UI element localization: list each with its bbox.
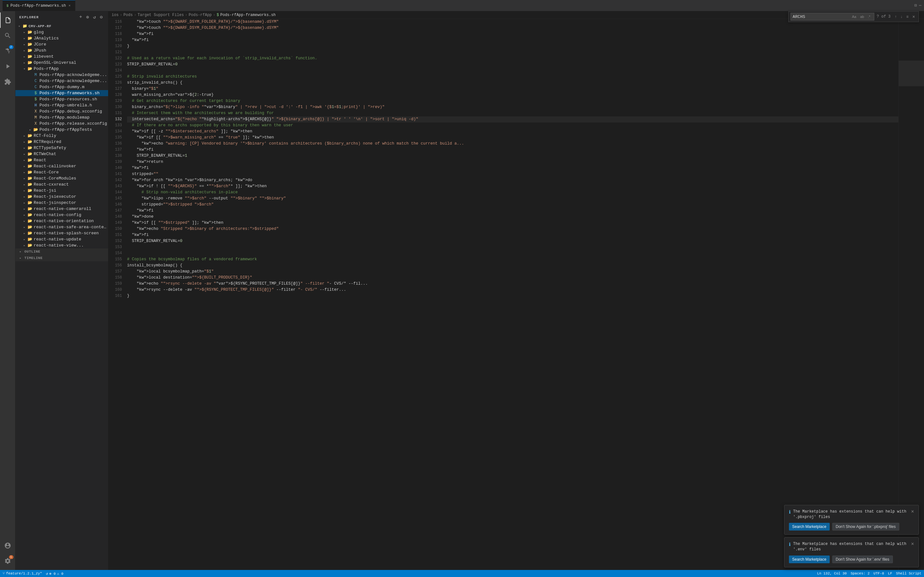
cxxreact-icon: 📂 bbox=[27, 182, 33, 187]
match-word-btn[interactable]: ab bbox=[859, 14, 866, 19]
cameraroll-expand bbox=[22, 207, 27, 211]
sync-item[interactable]: ↺ ⊗ 0 ⚠ 0 bbox=[46, 572, 63, 576]
new-folder-icon[interactable]: ⊕ bbox=[85, 14, 90, 21]
sidebar-item-libevent[interactable]: 📂 libevent bbox=[15, 53, 108, 60]
breadcrumb-file[interactable]: Pods-rfApp-frameworks.sh bbox=[220, 13, 276, 17]
code-line-144: # Strip non-valid architectures in-place bbox=[127, 189, 898, 195]
sidebar-item-react[interactable]: 📂 React bbox=[15, 157, 108, 163]
encoding-item[interactable]: UTF-8 bbox=[874, 572, 884, 575]
sidebar-item-release-xc[interactable]: X Pods-rfApp.release.xcconfig bbox=[15, 121, 108, 127]
sidebar-item-react-core[interactable]: 📂 React-Core bbox=[15, 169, 108, 175]
find-close-btn[interactable]: × bbox=[911, 13, 917, 20]
sidebar-item-rctrequired[interactable]: 📂 RCTRequired bbox=[15, 139, 108, 145]
new-file-icon[interactable]: + bbox=[78, 14, 83, 21]
openssl-expand bbox=[22, 61, 27, 65]
sidebar-item-coremodules[interactable]: 📂 React-CoreModules bbox=[15, 175, 108, 181]
search-icon[interactable] bbox=[0, 28, 15, 43]
more-actions-icon[interactable]: ⋯ bbox=[919, 3, 921, 8]
match-case-btn[interactable]: Aa bbox=[851, 14, 858, 19]
notif-env-close[interactable]: × bbox=[911, 542, 914, 547]
sidebar-item-splash[interactable]: 📂 react-native-splash-screen bbox=[15, 230, 108, 236]
sidebar-item-ack-md[interactable]: M Pods-rfApp-acknowledgeme... bbox=[15, 72, 108, 78]
code-line-121 bbox=[127, 49, 898, 55]
sidebar-item-rcttypesafety[interactable]: 📂 RCTTypeSafety bbox=[15, 145, 108, 151]
files-icon[interactable] bbox=[0, 13, 15, 28]
breadcrumb-pods-rfapp[interactable]: Pods-rfApp bbox=[189, 13, 212, 17]
cursor-position[interactable]: Ln 132, Col 30 bbox=[817, 572, 846, 575]
settings-icon[interactable]: 1 bbox=[0, 553, 15, 569]
use-regex-btn[interactable]: .* bbox=[866, 14, 872, 19]
line-ending-item[interactable]: LF bbox=[888, 572, 892, 575]
notif-pbxproj-close[interactable]: × bbox=[911, 509, 914, 515]
account-icon[interactable] bbox=[0, 538, 15, 553]
sidebar-item-jsi[interactable]: 📂 React-jsi bbox=[15, 187, 108, 193]
split-editor-icon[interactable]: ⊟ bbox=[914, 3, 917, 8]
find-prev-btn[interactable]: ↑ bbox=[893, 13, 898, 20]
find-next-btn[interactable]: ↓ bbox=[899, 13, 904, 20]
outline-section[interactable]: OUTLINE bbox=[15, 248, 108, 255]
find-bar: Aa ab .* ? of 3 ↑ ↓ ≡ × bbox=[788, 11, 919, 22]
notifications: ℹ The Marketplace has extensions that ca… bbox=[784, 505, 919, 567]
sidebar-item-modulemap[interactable]: M Pods-rfApp.modulemap bbox=[15, 114, 108, 121]
notification-env: ℹ The Marketplace has extensions that ca… bbox=[784, 537, 919, 567]
root-folder[interactable]: 📁 CMV-APP-RF bbox=[15, 23, 108, 29]
dont-show-pbxproj-btn[interactable]: Don't Show Again for '.pbxproj' files bbox=[832, 523, 899, 530]
sidebar-item-update[interactable]: 📂 react-native-update bbox=[15, 236, 108, 242]
code-line-122: # Used as a return value for each invoca… bbox=[127, 55, 898, 61]
code-content[interactable]: "kw">touch "">${DWARF_DSYM_FOLDER_PATH}/… bbox=[124, 19, 898, 570]
sidebar-item-ack-plist[interactable]: C Pods-rfApp-acknowledgeme... bbox=[15, 78, 108, 84]
minimap-slider[interactable] bbox=[899, 61, 924, 86]
jcore-expand bbox=[22, 43, 27, 47]
sidebar-item-orientation[interactable]: 📂 react-native-orientation bbox=[15, 218, 108, 224]
sidebar-item-rfapptests[interactable]: 📂 Pods-rfApp-rfAppTests bbox=[15, 127, 108, 133]
dont-show-env-btn[interactable]: Don't Show Again for '.env' files bbox=[832, 556, 893, 563]
rctrequired-expand bbox=[22, 140, 27, 144]
sidebar-item-safe-area[interactable]: 📂 react-native-safe-area-context bbox=[15, 224, 108, 230]
frameworks-label: Pods-rfApp-frameworks.sh bbox=[39, 91, 99, 95]
refresh-icon[interactable]: ↺ bbox=[92, 14, 97, 21]
sidebar-item-frameworks[interactable]: $ Pods-rfApp-frameworks.sh bbox=[15, 90, 108, 96]
sidebar-item-resources[interactable]: $ Pods-rfApp-resources.sh bbox=[15, 96, 108, 102]
sidebar-item-callinvoker[interactable]: 📂 React-callinvoker bbox=[15, 163, 108, 169]
sidebar-header: EXPLORER + ⊕ ↺ ⊖ bbox=[15, 11, 108, 23]
breadcrumb-pods[interactable]: Pods bbox=[124, 13, 133, 17]
breadcrumb-ios[interactable]: ios bbox=[111, 13, 119, 17]
find-filter-btn[interactable]: ≡ bbox=[905, 13, 910, 20]
sidebar-item-pods-rfapp[interactable]: 📂 Pods-rfApp bbox=[15, 66, 108, 72]
run-icon[interactable] bbox=[0, 59, 15, 74]
tab-label: Pods-rfApp-frameworks.sh bbox=[11, 3, 66, 8]
source-control-icon[interactable]: 2 bbox=[0, 43, 15, 59]
search-marketplace-btn-2[interactable]: Search Marketplace bbox=[789, 556, 830, 563]
breadcrumb-target[interactable]: Target Support Files bbox=[137, 13, 184, 17]
find-input[interactable] bbox=[793, 15, 851, 19]
sidebar-item-cxxreact[interactable]: 📂 React-cxxreact bbox=[15, 181, 108, 187]
extensions-icon[interactable] bbox=[0, 74, 15, 89]
active-tab[interactable]: $ Pods-rfApp-frameworks.sh × bbox=[3, 0, 75, 11]
rfapptests-label: Pods-rfApp-rfAppTests bbox=[39, 127, 92, 132]
sidebar-item-jsinspector[interactable]: 📂 React-jsinspector bbox=[15, 200, 108, 206]
branch-item[interactable]: ⑂ feature/1.2.1_zy* bbox=[3, 572, 42, 575]
sidebar-item-umbrella[interactable]: H Pods-rfApp-umbrella.h bbox=[15, 102, 108, 108]
sidebar-item-jcore[interactable]: 📂 JCore bbox=[15, 41, 108, 47]
sidebar-item-cameraroll[interactable]: 📂 react-native-cameraroll bbox=[15, 206, 108, 212]
sidebar-item-janalytics[interactable]: 📂 JAnalytics bbox=[15, 35, 108, 41]
sidebar-item-openssl[interactable]: 📂 OpenSSL-Universal bbox=[15, 60, 108, 66]
sidebar-item-config[interactable]: 📂 react-native-config bbox=[15, 212, 108, 218]
sidebar-item-debug-xc[interactable]: X Pods-rfApp.debug.xcconfig bbox=[15, 108, 108, 114]
sidebar-item-dummy[interactable]: C Pods-rfApp-dummy.m bbox=[15, 84, 108, 90]
spaces-item[interactable]: Spaces: 2 bbox=[851, 572, 869, 575]
release-xc-label: Pods-rfApp.release.xcconfig bbox=[39, 121, 107, 126]
sidebar-item-view[interactable]: 📂 react-native-view... bbox=[15, 242, 108, 248]
language-item[interactable]: Shell Script bbox=[896, 572, 921, 575]
sidebar-item-jpush[interactable]: 📂 JPush bbox=[15, 47, 108, 53]
search-marketplace-btn-1[interactable]: Search Marketplace bbox=[789, 523, 830, 530]
sidebar-item-rctwechat[interactable]: 📂 RCTWeChat bbox=[15, 151, 108, 157]
tab-close-button[interactable]: × bbox=[68, 3, 71, 8]
sidebar-item-jsiexecutor[interactable]: 📂 React-jsiexecutor bbox=[15, 193, 108, 200]
sidebar-item-rct-folly[interactable]: 📂 RCT-Folly bbox=[15, 133, 108, 139]
collapse-all-icon[interactable]: ⊖ bbox=[99, 14, 104, 21]
sidebar-item-glog[interactable]: 📂 glog bbox=[15, 29, 108, 35]
minimap[interactable] bbox=[898, 19, 924, 570]
rct-folly-label: RCT-Folly bbox=[33, 133, 56, 138]
timeline-section[interactable]: TIMELINE bbox=[15, 255, 108, 261]
